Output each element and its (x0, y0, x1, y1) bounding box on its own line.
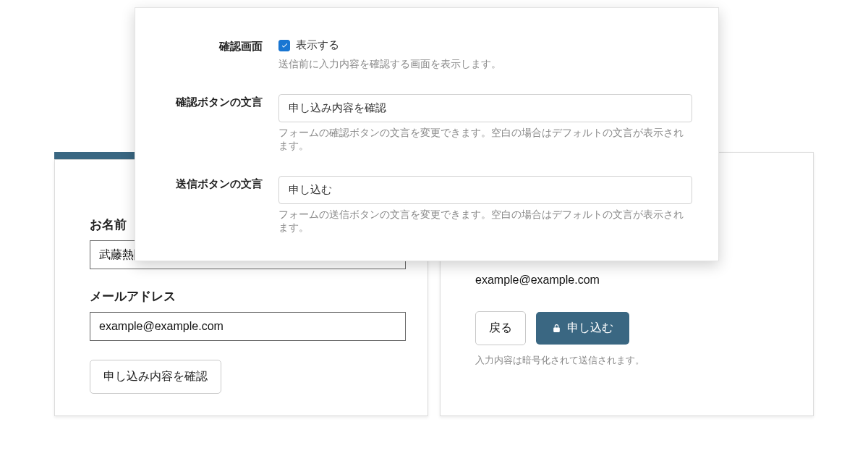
confirm-screen-help: 送信前に入力内容を確認する画面を表示します。 (278, 58, 692, 71)
confirm-screen-checkbox[interactable] (278, 40, 290, 51)
back-button[interactable]: 戻る (475, 311, 526, 345)
encryption-note: 入力内容は暗号化されて送信されます。 (475, 354, 791, 367)
settings-card: 確認画面 表示する 送信前に入力内容を確認する画面を表示します。 確認ボタンの文… (135, 7, 719, 261)
submit-button-text-label: 送信ボタンの文言 (161, 176, 263, 191)
submit-button-label: 申し込む (567, 321, 613, 336)
confirm-button-text-input[interactable] (278, 94, 692, 122)
confirm-button-row: 戻る 申し込む (475, 311, 791, 345)
check-icon (281, 41, 289, 49)
confirm-screen-label: 確認画面 (161, 38, 263, 54)
email-label: メールアドレス (90, 288, 406, 305)
confirm-button-text-label: 確認ボタンの文言 (161, 94, 263, 109)
submit-button-text-input[interactable] (278, 176, 692, 204)
confirm-screen-row: 確認画面 表示する 送信前に入力内容を確認する画面を表示します。 (161, 38, 692, 71)
submit-button[interactable]: 申し込む (536, 312, 629, 345)
submit-button-text-help: フォームの送信ボタンの文言を変更できます。空白の場合はデフォルトの文言が表示され… (278, 208, 692, 235)
submit-button-text-row: 送信ボタンの文言 フォームの送信ボタンの文言を変更できます。空白の場合はデフォル… (161, 176, 692, 235)
confirm-button-text-help: フォームの確認ボタンの文言を変更できます。空白の場合はデフォルトの文言が表示され… (278, 127, 692, 153)
confirm-email-value: example@example.com (475, 269, 791, 291)
email-input[interactable] (90, 312, 406, 341)
confirm-button[interactable]: 申し込み内容を確認 (90, 360, 221, 394)
email-field-group: メールアドレス (90, 288, 406, 341)
confirm-button-text-row: 確認ボタンの文言 フォームの確認ボタンの文言を変更できます。空白の場合はデフォル… (161, 94, 692, 153)
confirm-screen-checkbox-label: 表示する (296, 38, 339, 52)
lock-icon (552, 324, 561, 333)
